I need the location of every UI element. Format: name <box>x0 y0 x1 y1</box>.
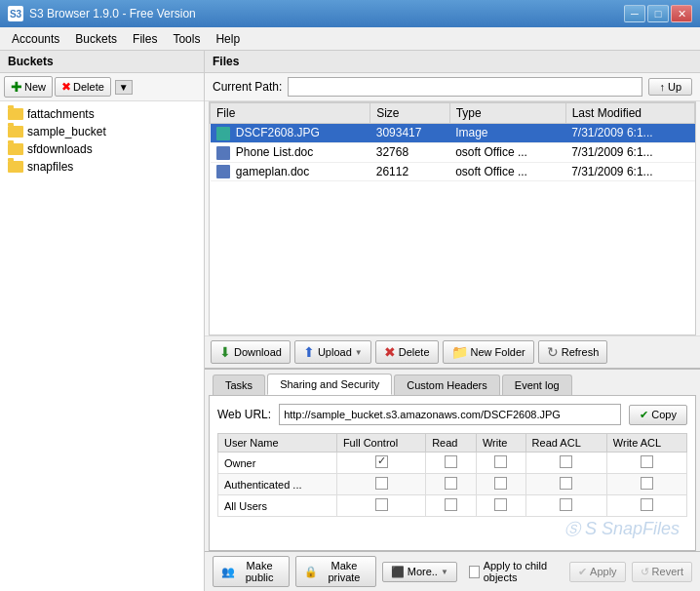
checkbox-auth-write[interactable] <box>494 477 507 490</box>
path-input[interactable] <box>288 77 642 97</box>
acl-owner-readacl[interactable] <box>525 453 606 474</box>
acl-owner-read[interactable] <box>426 453 477 474</box>
delete-bucket-button[interactable]: ✖ Delete <box>55 77 111 97</box>
tab-tasks[interactable]: Tasks <box>213 374 265 395</box>
bucket-item-snapfiles[interactable]: snapfiles <box>0 158 204 176</box>
upload-button[interactable]: ⬆ Upload ▼ <box>294 340 371 364</box>
col-file: File <box>211 103 370 124</box>
dropdown-arrow[interactable]: ▼ <box>115 80 133 95</box>
checkbox-auth-writeacl[interactable] <box>641 477 653 490</box>
left-panel: Buckets ✚ New ✖ Delete ▼ fattachments sa… <box>0 51 205 591</box>
col-modified: Last Modified <box>565 103 694 124</box>
tab-sharing[interactable]: Sharing and Security <box>267 374 392 395</box>
menu-buckets[interactable]: Buckets <box>67 30 125 48</box>
tab-event-log[interactable]: Event log <box>502 374 572 395</box>
menu-help[interactable]: Help <box>208 30 248 48</box>
copy-icon: ✔ <box>640 409 648 421</box>
checkbox-auth-read[interactable] <box>445 477 457 490</box>
folder-icon <box>8 108 23 120</box>
folder-icon <box>8 161 23 173</box>
bucket-item-sample[interactable]: sample_bucket <box>0 123 204 140</box>
checkbox-owner-fullcontrol[interactable] <box>375 455 388 468</box>
close-button[interactable]: ✕ <box>671 5 692 22</box>
file-icon <box>216 127 230 140</box>
checkbox-all-fullcontrol[interactable] <box>375 498 388 511</box>
acl-table: User Name Full Control Read Write Read A… <box>217 433 687 517</box>
url-label: Web URL: <box>217 408 271 421</box>
refresh-button[interactable]: ↻ Refresh <box>538 340 608 364</box>
title-bar: S3 S3 Browser 1.9.0 - Free Version ─ □ ✕ <box>0 0 700 27</box>
buckets-toolbar: ✚ New ✖ Delete ▼ <box>0 73 204 101</box>
up-button[interactable]: ↑ Up <box>648 78 692 96</box>
folder-icon <box>8 126 23 138</box>
tab-bar: Tasks Sharing and Security Custom Header… <box>205 370 700 395</box>
table-row[interactable]: gameplan.doc 26112 osoft Office ... 7/31… <box>211 162 695 181</box>
acl-username: Authenticated ... <box>218 474 337 495</box>
delete-file-button[interactable]: ✖ Delete <box>375 340 439 364</box>
acl-owner-writeacl[interactable] <box>606 453 686 474</box>
make-public-button[interactable]: 👥 Make public <box>213 556 290 587</box>
download-button[interactable]: ⬇ Download <box>211 340 291 364</box>
title-text: S3 Browser 1.9.0 - Free Version <box>29 7 196 20</box>
right-panel: Files Current Path: ↑ Up File Size Type … <box>205 51 700 591</box>
upload-dropdown-arrow: ▼ <box>355 348 363 357</box>
acl-col-read: Read <box>426 434 477 453</box>
checkbox-owner-write[interactable] <box>494 455 507 468</box>
checkbox-owner-readacl[interactable] <box>560 455 572 468</box>
bucket-item-sfdownloads[interactable]: sfdownloads <box>0 140 204 158</box>
checkbox-all-readacl[interactable] <box>560 498 572 511</box>
url-row: Web URL: ✔ Copy <box>217 404 687 425</box>
apply-button[interactable]: ✔ Apply <box>569 562 626 582</box>
folder-icon <box>8 143 23 155</box>
delete-icon: ✖ <box>384 344 396 360</box>
checkbox-owner-writeacl[interactable] <box>641 455 653 468</box>
col-size: Size <box>370 103 449 124</box>
url-input[interactable] <box>279 404 621 425</box>
file-name: DSCF2608.JPG <box>211 124 370 143</box>
up-icon: ↑ <box>659 81 665 93</box>
checkbox-auth-fullcontrol[interactable] <box>375 477 388 490</box>
tab-custom-headers[interactable]: Custom Headers <box>394 374 500 395</box>
acl-col-writeacl: Write ACL <box>606 434 686 453</box>
app-icon: S3 <box>8 6 23 21</box>
refresh-icon: ↻ <box>547 344 559 360</box>
checkbox-all-write[interactable] <box>494 498 507 511</box>
col-type: Type <box>449 103 565 124</box>
checkbox-all-writeacl[interactable] <box>641 498 653 511</box>
delete-icon: ✖ <box>61 80 71 94</box>
file-name: gameplan.doc <box>211 162 370 181</box>
bottom-section: Tasks Sharing and Security Custom Header… <box>205 368 700 591</box>
minimize-button[interactable]: ─ <box>624 5 645 22</box>
new-folder-button[interactable]: 📁 New Folder <box>443 340 534 364</box>
more-dropdown-arrow: ▼ <box>441 568 448 576</box>
acl-owner-fullcontrol[interactable] <box>336 453 425 474</box>
make-private-button[interactable]: 🔒 Make private <box>295 556 376 587</box>
watermark: Ⓢ S SnapFiles <box>217 517 687 542</box>
more-button[interactable]: ⬛ More.. ▼ <box>382 562 457 582</box>
folder-icon: 📁 <box>451 344 468 360</box>
acl-col-readacl: Read ACL <box>525 434 606 453</box>
copy-button[interactable]: ✔ Copy <box>629 405 687 425</box>
checkbox-all-read[interactable] <box>445 498 457 511</box>
maximize-button[interactable]: □ <box>647 5 669 22</box>
file-table: File Size Type Last Modified DSCF2608.JP… <box>210 102 695 181</box>
menu-tools[interactable]: Tools <box>165 30 208 48</box>
menu-files[interactable]: Files <box>125 30 165 48</box>
table-row[interactable]: Phone List.doc 32768 osoft Office ... 7/… <box>211 142 695 162</box>
checkbox-owner-read[interactable] <box>445 455 457 468</box>
more-icon: ⬛ <box>391 566 405 578</box>
apply-to-child-checkbox[interactable] <box>469 566 480 578</box>
upload-icon: ⬆ <box>303 344 315 360</box>
menu-accounts[interactable]: Accounts <box>4 30 67 48</box>
files-toolbar: ⬇ Download ⬆ Upload ▼ ✖ Delete 📁 New Fol… <box>205 335 700 368</box>
apply-to-child-label: Apply to child objects <box>484 560 564 583</box>
acl-owner-write[interactable] <box>476 453 525 474</box>
table-row[interactable]: DSCF2608.JPG 3093417 Image 7/31/2009 6:1… <box>211 124 695 143</box>
new-bucket-button[interactable]: ✚ New <box>4 76 53 98</box>
new-icon: ✚ <box>11 79 22 95</box>
path-bar: Current Path: ↑ Up <box>205 73 700 101</box>
bucket-item-fattachments[interactable]: fattachments <box>0 105 204 123</box>
checkbox-auth-readacl[interactable] <box>560 477 572 490</box>
revert-button[interactable]: ↺ Revert <box>632 562 692 582</box>
path-label: Current Path: <box>213 80 282 94</box>
